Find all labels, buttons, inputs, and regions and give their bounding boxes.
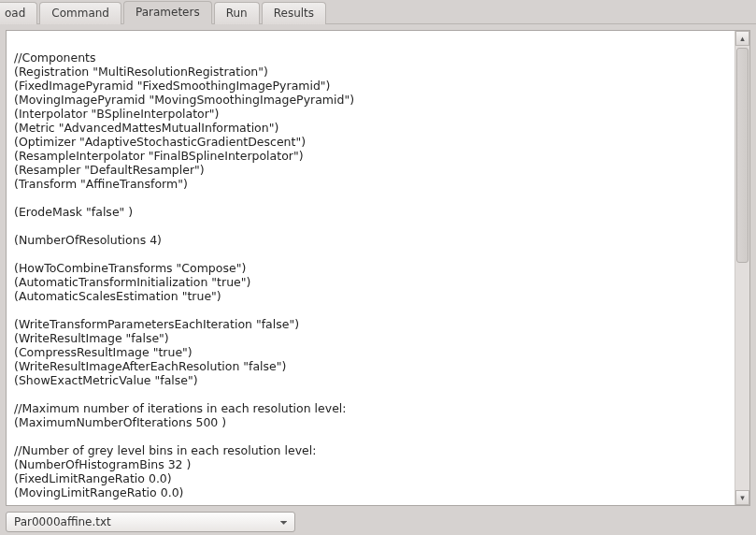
main-area: //Components (Registration "MultiResolut…: [0, 24, 756, 509]
scroll-down-button[interactable]: ▾: [735, 490, 749, 505]
tab-run[interactable]: Run: [214, 2, 260, 24]
scroll-thumb[interactable]: [736, 48, 749, 263]
tab-label: Results: [274, 7, 314, 20]
tab-results[interactable]: Results: [262, 2, 326, 24]
tab-command[interactable]: Command: [39, 2, 121, 24]
editor-panel: //Components (Registration "MultiResolut…: [6, 30, 750, 506]
tab-label: oad: [5, 7, 25, 20]
file-selector-dropdown[interactable]: Par0000affine.txt ⏷: [6, 512, 295, 532]
app-window: oad Command Parameters Run Results //Com…: [0, 0, 756, 535]
tab-label: Command: [51, 7, 109, 20]
selected-file-label: Par0000affine.txt: [14, 515, 111, 528]
tab-bar: oad Command Parameters Run Results: [0, 0, 756, 24]
vertical-scrollbar[interactable]: ▴ ▾: [735, 31, 749, 505]
bottom-bar: Par0000affine.txt ⏷: [0, 509, 756, 535]
tab-load[interactable]: oad: [0, 2, 37, 24]
chevron-down-icon: ▾: [740, 493, 745, 502]
chevron-down-icon: ⏷: [279, 517, 289, 528]
tab-parameters[interactable]: Parameters: [123, 1, 212, 24]
tab-label: Run: [226, 7, 248, 20]
scroll-track[interactable]: [735, 46, 749, 490]
scroll-up-button[interactable]: ▴: [735, 31, 749, 46]
chevron-up-icon: ▴: [740, 34, 745, 43]
tab-label: Parameters: [136, 6, 200, 19]
parameters-editor[interactable]: //Components (Registration "MultiResolut…: [7, 31, 735, 505]
